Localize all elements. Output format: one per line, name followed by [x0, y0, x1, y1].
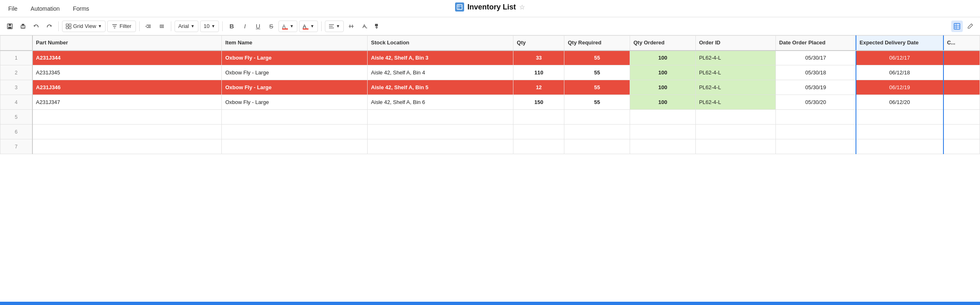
cell-orderid[interactable]: PL62-4-L	[695, 65, 775, 80]
cell-orderid[interactable]: PL62-4-L	[695, 51, 775, 65]
cell-part[interactable]: A231J344	[32, 51, 222, 65]
font-dropdown[interactable]: Arial ▼	[175, 21, 198, 32]
bold-button[interactable]: B	[226, 21, 237, 32]
cell-c[interactable]	[943, 51, 980, 65]
cell-stock[interactable]: Aisle 42, Shelf A, Bin 4	[368, 65, 513, 80]
cell-qty[interactable]: 33	[513, 51, 564, 65]
font-color-dropdown[interactable]: A ▼	[299, 21, 318, 32]
col-header-date-placed[interactable]: Date Order Placed	[776, 36, 856, 51]
cell-item[interactable]	[222, 139, 368, 154]
cell-part[interactable]: A231J347	[32, 95, 222, 110]
cell-qty-req[interactable]	[564, 110, 630, 125]
cell-date-placed[interactable]	[776, 110, 856, 125]
cell-exp-date[interactable]	[856, 125, 943, 139]
strikethrough-button[interactable]: S	[265, 21, 277, 32]
font-size-dropdown[interactable]: 10 ▼	[200, 21, 219, 32]
valign-button[interactable]	[345, 21, 357, 32]
col-header-qty[interactable]: Qty	[513, 36, 564, 51]
cell-exp-date[interactable]: 06/12/17	[856, 51, 943, 65]
col-header-stock[interactable]: Stock Location	[368, 36, 513, 51]
cell-c[interactable]	[943, 125, 980, 139]
align-dropdown[interactable]: ▼	[325, 21, 344, 32]
cell-item[interactable]: Oxbow Fly - Large	[222, 51, 368, 65]
cell-qty-ord[interactable]: 100	[630, 51, 696, 65]
cell-qty-ord[interactable]	[630, 110, 696, 125]
grid-view-dropdown[interactable]: Grid View ▼	[62, 21, 106, 32]
cell-item[interactable]: Oxbow Fly - Large	[222, 65, 368, 80]
col-header-c[interactable]: C...	[943, 36, 980, 51]
indent-decrease-button[interactable]	[143, 21, 154, 32]
cell-orderid[interactable]	[695, 139, 775, 154]
save-button[interactable]	[4, 21, 16, 32]
cell-date-placed[interactable]: 05/30/18	[776, 65, 856, 80]
menu-forms[interactable]: Forms	[71, 5, 91, 13]
cell-stock[interactable]	[368, 139, 513, 154]
cell-date-placed[interactable]	[776, 139, 856, 154]
cell-qty[interactable]: 150	[513, 95, 564, 110]
cell-qty-req[interactable]	[564, 125, 630, 139]
cell-qty-ord[interactable]: 100	[630, 95, 696, 110]
cell-c[interactable]	[943, 110, 980, 125]
cell-part[interactable]	[32, 125, 222, 139]
highlight-color-dropdown[interactable]: A ▼	[278, 21, 297, 32]
cell-c[interactable]	[943, 80, 980, 95]
col-header-exp-date[interactable]: Expected Delivery Date	[856, 36, 943, 51]
cell-item[interactable]: Oxbow Fly - Large	[222, 80, 368, 95]
cell-stock[interactable]: Aisle 42, Shelf A, Bin 3	[368, 51, 513, 65]
cell-qty-ord[interactable]	[630, 125, 696, 139]
cell-exp-date[interactable]	[856, 139, 943, 154]
italic-button[interactable]: I	[239, 21, 251, 32]
cell-orderid[interactable]	[695, 125, 775, 139]
cell-qty-req[interactable]: 55	[564, 51, 630, 65]
cell-qty-req[interactable]	[564, 139, 630, 154]
cell-qty[interactable]: 110	[513, 65, 564, 80]
cell-stock[interactable]: Aisle 42, Shelf A, Bin 6	[368, 95, 513, 110]
clear-format-button[interactable]	[359, 21, 370, 32]
menu-automation[interactable]: Automation	[29, 5, 62, 13]
cell-qty-req[interactable]: 55	[564, 80, 630, 95]
col-header-qty-req[interactable]: Qty Required	[564, 36, 630, 51]
cell-exp-date[interactable]: 06/12/19	[856, 80, 943, 95]
cell-stock[interactable]: Aisle 42, Shelf A, Bin 5	[368, 80, 513, 95]
underline-button[interactable]: U	[252, 21, 264, 32]
cell-part[interactable]	[32, 110, 222, 125]
filter-button[interactable]: Filter	[107, 21, 136, 32]
cell-item[interactable]	[222, 125, 368, 139]
print-button[interactable]	[17, 21, 29, 32]
cell-orderid[interactable]: PL62-4-L	[695, 95, 775, 110]
cell-part[interactable]	[32, 139, 222, 154]
menu-file[interactable]: File	[7, 5, 19, 13]
cell-date-placed[interactable]: 05/30/19	[776, 80, 856, 95]
indent-increase-button[interactable]	[156, 21, 168, 32]
cell-orderid[interactable]	[695, 110, 775, 125]
cell-qty[interactable]	[513, 125, 564, 139]
col-header-orderid[interactable]: Order ID	[695, 36, 775, 51]
cell-date-placed[interactable]: 05/30/20	[776, 95, 856, 110]
cell-c[interactable]	[943, 95, 980, 110]
col-header-qty-ord[interactable]: Qty Ordered	[630, 36, 696, 51]
redo-button[interactable]	[44, 21, 55, 32]
cell-stock[interactable]	[368, 125, 513, 139]
cell-qty[interactable]	[513, 110, 564, 125]
cell-qty[interactable]	[513, 139, 564, 154]
cell-exp-date[interactable]	[856, 110, 943, 125]
cell-item[interactable]: Oxbow Fly - Large	[222, 95, 368, 110]
cell-part[interactable]: A231J346	[32, 80, 222, 95]
cell-stock[interactable]	[368, 110, 513, 125]
cell-exp-date[interactable]: 06/12/18	[856, 65, 943, 80]
cell-c[interactable]	[943, 65, 980, 80]
cell-qty-ord[interactable]	[630, 139, 696, 154]
cell-item[interactable]	[222, 110, 368, 125]
cell-part[interactable]: A231J345	[32, 65, 222, 80]
col-header-item[interactable]: Item Name	[222, 36, 368, 51]
cell-c[interactable]	[943, 139, 980, 154]
cell-exp-date[interactable]: 06/12/20	[856, 95, 943, 110]
table-view-button[interactable]	[951, 21, 963, 32]
cell-qty-ord[interactable]: 100	[630, 80, 696, 95]
cell-qty[interactable]: 12	[513, 80, 564, 95]
col-header-part[interactable]: Part Number	[32, 36, 222, 51]
format-painter-button[interactable]	[372, 21, 383, 32]
cell-orderid[interactable]: PL62-4-L	[695, 80, 775, 95]
draw-button[interactable]	[964, 21, 976, 32]
cell-date-placed[interactable]	[776, 125, 856, 139]
